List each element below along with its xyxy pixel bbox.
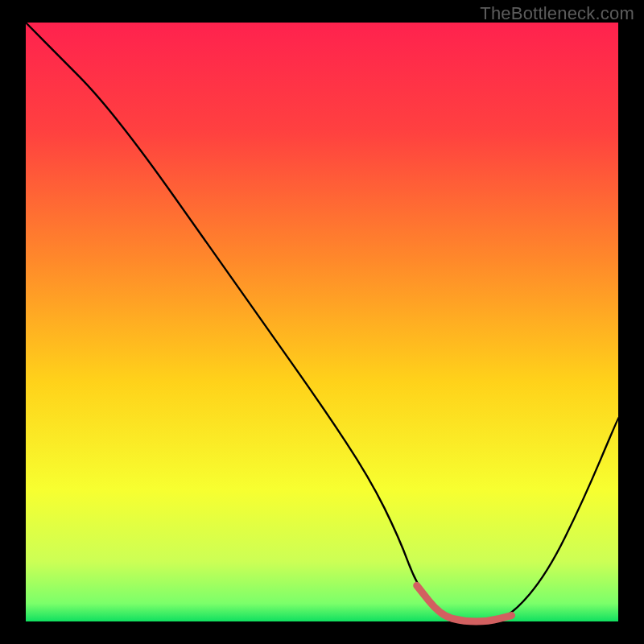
chart-canvas xyxy=(0,0,644,644)
chart-plot-area xyxy=(26,23,618,621)
watermark-text: TheBottleneck.com xyxy=(480,3,634,24)
